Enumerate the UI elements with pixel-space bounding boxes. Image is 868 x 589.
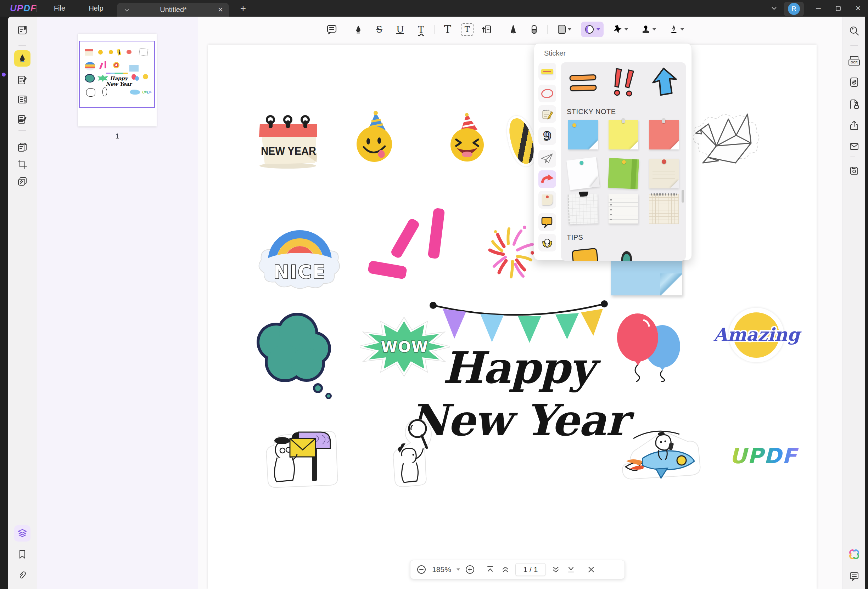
sidebar-item-annotate[interactable] [14, 50, 31, 66]
minimize-button[interactable]: ─ [809, 0, 828, 17]
pencil-tool-icon[interactable] [505, 22, 521, 37]
sticker-category-highlight-strip[interactable] [538, 63, 556, 80]
signature-dropdown-caret[interactable] [681, 28, 684, 31]
account-dropdown-icon[interactable] [764, 0, 784, 17]
sticker-rocket-character[interactable] [619, 424, 706, 488]
sticker-category-circle-scribble[interactable] [538, 85, 556, 102]
sticker-item-tips-partial[interactable] [614, 250, 639, 261]
comment-tool-icon[interactable] [324, 22, 340, 37]
sticker-item-double-exclamation[interactable] [607, 66, 641, 99]
previous-page-icon[interactable] [500, 564, 511, 575]
sticker-category-quote-mark[interactable]: 9 [538, 127, 556, 145]
sidebar-item-edit-page[interactable] [14, 111, 31, 128]
sticker-item-up-arrow[interactable] [647, 66, 681, 99]
sticker-tool[interactable] [581, 22, 604, 37]
underline-tool-icon[interactable]: U [392, 22, 408, 37]
menu-help[interactable]: Help [84, 0, 108, 17]
sparkle-dropdown-caret[interactable] [624, 28, 628, 31]
sticker-amazing[interactable]: Amazing [711, 312, 803, 358]
account-button[interactable]: R [784, 2, 804, 16]
sidebar-item-reader[interactable] [14, 22, 31, 38]
sticker-item-lined-notepad[interactable] [608, 194, 638, 224]
sticker-laughing-smiley[interactable] [446, 111, 489, 163]
strikethrough-tool-icon[interactable]: S [372, 22, 387, 37]
maximize-button[interactable] [828, 0, 848, 17]
sticker-item-tips-partial[interactable] [571, 248, 599, 261]
next-page-icon[interactable] [551, 564, 561, 575]
highlight-tool-icon[interactable] [351, 22, 366, 37]
shapes-tool[interactable] [553, 22, 576, 37]
sticker-pink-stroke[interactable] [390, 218, 421, 259]
sidebar-item-crop[interactable] [14, 156, 31, 172]
sticker-category-pinned-note[interactable] [538, 191, 556, 209]
sticker-pink-stroke[interactable] [368, 260, 407, 280]
sidebar-item-organize-pages[interactable] [14, 91, 31, 107]
sidebar-item-batch-pages[interactable] [14, 173, 31, 190]
sticker-bear-mailbox[interactable] [263, 417, 344, 490]
text-tool-icon[interactable]: T [440, 22, 455, 37]
sticker-pink-stroke[interactable] [427, 208, 445, 259]
zoom-out-icon[interactable] [416, 564, 427, 575]
zoom-level[interactable]: 185% [431, 565, 452, 574]
tab-dropdown-icon[interactable] [125, 7, 129, 13]
tab-close-icon[interactable]: ✕ [218, 6, 223, 14]
document-tab[interactable]: Untitled* ✕ [117, 3, 229, 17]
sticker-item-beige-pinned-note[interactable] [649, 159, 679, 188]
sticker-nice-rainbow[interactable]: NICE [254, 215, 346, 290]
ai-assistant-icon[interactable] [846, 546, 862, 562]
first-page-icon[interactable] [485, 564, 496, 575]
sticker-item-green-pinned-note[interactable] [608, 159, 638, 188]
signature-tool[interactable] [665, 22, 688, 37]
sparkle-tool[interactable] [609, 22, 632, 37]
sticker-grid-scrollbar[interactable] [682, 190, 684, 203]
sticker-item-grid-paper[interactable] [649, 194, 679, 224]
sticker-fireworks[interactable] [483, 219, 538, 284]
new-tab-button[interactable]: + [235, 0, 251, 17]
sticker-item-clipped-grid-pad[interactable] [568, 194, 598, 224]
shapes-dropdown-caret[interactable] [568, 28, 571, 31]
sticker-paper-crane[interactable] [690, 104, 763, 177]
sticker-party-smiley[interactable] [351, 110, 398, 163]
ocr-icon[interactable]: OCR [846, 52, 862, 69]
page-indicator[interactable]: 1 / 1 [515, 563, 546, 576]
sidebar-item-layers[interactable] [14, 525, 31, 542]
text-callout-tool-icon[interactable] [479, 22, 495, 37]
sticker-category-curved-arrow[interactable] [538, 170, 556, 188]
eraser-tool-icon[interactable] [526, 22, 542, 37]
close-button[interactable]: ✕ [848, 0, 868, 17]
sticker-item-blue-sticky[interactable] [568, 120, 598, 149]
search-icon[interactable] [846, 23, 862, 39]
sticker-category-banana-character[interactable] [538, 234, 556, 252]
sticker-category-paper-plane[interactable] [538, 150, 556, 168]
stamp-dropdown-caret[interactable] [652, 28, 656, 31]
squiggly-underline-tool-icon[interactable]: T [413, 22, 429, 37]
sticker-new-year-calendar[interactable]: NEW YEAR [254, 112, 323, 170]
sticker-item-yellow-sticky[interactable] [608, 120, 638, 149]
sticker-item-white-pinned-note[interactable] [568, 159, 598, 188]
last-page-icon[interactable] [566, 564, 576, 575]
sticker-category-speech-bubble[interactable] [538, 213, 556, 231]
sidebar-item-convert[interactable] [14, 139, 31, 156]
pdf-page[interactable]: NEW YEAR [208, 45, 816, 589]
save-icon[interactable] [846, 163, 862, 179]
sticker-item-red-sticky[interactable] [649, 120, 679, 149]
convert-file-icon[interactable] [846, 74, 862, 90]
close-navigation-icon[interactable] [586, 564, 596, 575]
zoom-in-icon[interactable] [465, 564, 475, 575]
zoom-dropdown-caret[interactable] [456, 568, 460, 571]
share-icon[interactable] [846, 117, 862, 134]
sticker-balloons[interactable] [616, 308, 685, 382]
stamp-tool[interactable] [637, 22, 660, 37]
sticker-teal-cloud[interactable] [251, 309, 334, 402]
sticker-updf-logo[interactable]: UPDF [724, 437, 803, 474]
menu-file[interactable]: File [47, 0, 72, 17]
sticker-category-notepad[interactable] [538, 105, 556, 123]
text-box-tool-icon[interactable]: T [461, 23, 474, 36]
sticker-magnifier-character[interactable] [387, 413, 435, 489]
sidebar-item-bookmark[interactable] [14, 546, 31, 562]
sticker-wow-burst[interactable]: WOW [360, 317, 450, 378]
page-thumbnail[interactable]: Happy New Year UPDF [78, 34, 156, 127]
sticker-item-equals-sign[interactable] [566, 67, 600, 99]
send-mail-icon[interactable] [846, 138, 862, 155]
protect-icon[interactable] [846, 96, 862, 112]
